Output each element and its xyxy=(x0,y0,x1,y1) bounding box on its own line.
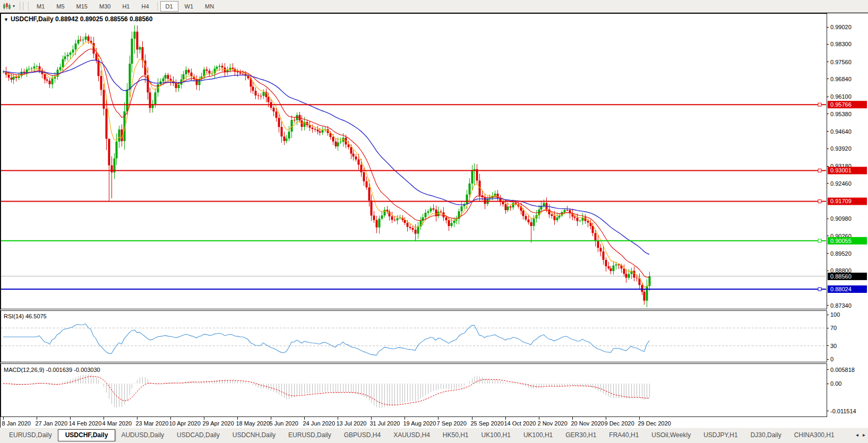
date-tick-label: 7 Sep 2020 xyxy=(437,420,467,427)
timeframe-button-m30[interactable]: M30 xyxy=(94,1,116,12)
toolbar-grip xyxy=(20,2,23,10)
timeframe-buttons: M1M5M15M30H1H4D1W1MN xyxy=(26,1,220,12)
price-label-0.93001: 0.93001 xyxy=(828,167,867,174)
chart-tab-usdjpy-h1[interactable]: USDJPY,H1 xyxy=(698,429,743,440)
main-pane xyxy=(1,14,827,309)
price-axis: 0.990200.983000.975600.968400.961000.953… xyxy=(827,24,852,309)
price-tick-label: 0.90980 xyxy=(830,215,852,222)
svg-text:0.90055: 0.90055 xyxy=(830,238,852,244)
chart-tab-uk100-h1[interactable]: UK100,H1 xyxy=(476,429,517,440)
rsi-pane xyxy=(1,311,827,362)
timeframe-button-h4[interactable]: H4 xyxy=(136,1,154,12)
date-tick-label: 9 Dec 2020 xyxy=(605,420,634,427)
chart-tab-eurusd-daily[interactable]: EURUSD,Daily xyxy=(282,429,337,440)
tab-scroll-buttons: ◂ ▸ xyxy=(856,432,865,438)
rsi-axis-label: 100 xyxy=(830,311,840,318)
macd-axis-label: 0.005818 xyxy=(830,367,855,373)
timeframe-button-w1[interactable]: W1 xyxy=(179,1,199,12)
hline-handle[interactable] xyxy=(818,199,821,203)
price-tick-label: 0.95380 xyxy=(830,111,852,117)
svg-text:0.95766: 0.95766 xyxy=(830,101,852,108)
date-tick-label: 14 Oct 2020 xyxy=(504,420,536,427)
date-tick-label: 5 Jun 2020 xyxy=(270,420,298,427)
date-tick-label: 29 Dec 2020 xyxy=(638,420,671,427)
date-tick-label: 20 Nov 2020 xyxy=(571,420,604,427)
date-tick-label: 23 Mar 2020 xyxy=(136,420,169,427)
chart-tab-china300-h1[interactable]: CHINA300,H1 xyxy=(788,429,840,440)
price-tick-label: 0.96100 xyxy=(830,93,852,100)
timeframe-button-mn[interactable]: MN xyxy=(200,1,219,12)
tab-scroll-left-icon[interactable]: ◂ xyxy=(856,432,858,438)
price-tick-label: 0.96840 xyxy=(830,76,852,82)
chart-tabs: EURUSD,DailyUSDCHF,DailyAUDUSD,DailyUSDC… xyxy=(3,429,847,441)
chart-tab-xauusd-h4[interactable]: XAUUSD,H4 xyxy=(388,429,436,440)
hline-handle[interactable] xyxy=(818,103,821,106)
hline-handle[interactable] xyxy=(818,288,821,291)
chart-window: 0.990200.983000.975600.968400.961000.953… xyxy=(0,13,868,429)
chart-tab-audusd-daily[interactable]: AUDUSD,Daily xyxy=(115,429,170,440)
toolbar: ▾ M1M5M15M30H1H4D1W1MN xyxy=(0,0,868,13)
chart-tab-usdcad-daily[interactable]: USDCAD,Daily xyxy=(171,429,226,440)
chart-tab-bar: EURUSD,DailyUSDCHF,DailyAUDUSD,DailyUSDC… xyxy=(0,428,868,443)
price-label-0.88024: 0.88024 xyxy=(828,285,867,293)
chart-tab-fra40-h1[interactable]: FRA40,H1 xyxy=(603,429,644,440)
date-tick-label: 25 Sep 2020 xyxy=(471,420,504,427)
chart-tab-usoil-weekly[interactable]: USOil,Weekly xyxy=(646,429,697,440)
date-tick-label: 19 Aug 2020 xyxy=(403,420,436,427)
rsi-axis-label: 30 xyxy=(830,343,837,349)
svg-text:0.91709: 0.91709 xyxy=(830,198,852,204)
svg-text:0.88024: 0.88024 xyxy=(830,286,852,292)
price-tick-label: 0.99020 xyxy=(830,24,852,30)
price-tick-label: 0.94640 xyxy=(830,128,852,135)
trading-app: { "icons": { "collapse_arrow": "▼", "dro… xyxy=(0,0,868,443)
price-tick-label: 0.87340 xyxy=(830,302,852,309)
date-tick-label: 2 Nov 2020 xyxy=(538,420,568,427)
price-tick-label: 0.92460 xyxy=(830,180,852,187)
date-tick-label: 27 Jan 2020 xyxy=(36,420,68,427)
timeframe-button-m15[interactable]: M15 xyxy=(71,1,93,12)
price-label-0.95766: 0.95766 xyxy=(828,101,867,108)
chart-type-button[interactable]: ▾ xyxy=(0,1,17,12)
price-tick-label: 0.97560 xyxy=(830,59,852,65)
date-tick-label: 31 Jul 2020 xyxy=(370,420,400,427)
macd-axis-label: -0.011514 xyxy=(830,408,856,414)
date-tick-label: 4 Mar 2020 xyxy=(102,420,132,427)
price-tick-label: 0.93920 xyxy=(830,145,852,152)
chart-tab-dj30-daily[interactable]: DJ30,Daily xyxy=(745,429,787,440)
timeframe-button-d1[interactable]: D1 xyxy=(160,1,178,12)
chart-tab-uk100-h1[interactable]: UK100,H1 xyxy=(518,429,558,440)
chart-tab-usoil-[interactable]: USOil, xyxy=(841,429,847,440)
chart-tab-usdcnh-daily[interactable]: USDCNH,Daily xyxy=(227,429,281,440)
date-tick-label: 10 Apr 2020 xyxy=(169,420,201,427)
candlestick-chart-icon xyxy=(3,3,11,10)
timeframe-button-h1[interactable]: H1 xyxy=(117,1,135,12)
date-tick-label: 18 May 2020 xyxy=(236,420,270,427)
svg-text:0.93001: 0.93001 xyxy=(830,167,852,173)
macd-axis-label: 0.00 xyxy=(830,380,841,387)
chart-tab-eurusd-daily[interactable]: EURUSD,Daily xyxy=(3,429,58,440)
hline-handle[interactable] xyxy=(818,169,821,172)
date-tick-label: 14 Feb 2020 xyxy=(69,420,102,427)
price-label-0.90055: 0.90055 xyxy=(828,237,867,245)
chart-tab-hk50-h1[interactable]: HK50,H1 xyxy=(437,429,475,440)
timeframe-button-m1[interactable]: M1 xyxy=(31,1,50,12)
price-tick-label: 0.98300 xyxy=(830,41,852,47)
date-tick-label: 13 Jul 2020 xyxy=(337,420,367,427)
timeframe-button-m5[interactable]: M5 xyxy=(51,1,70,12)
rsi-axis-label: 70 xyxy=(830,325,837,331)
date-tick-label: 29 Apr 2020 xyxy=(203,420,234,427)
date-tick-label: 8 Jan 2020 xyxy=(2,420,31,427)
price-label-0.91709: 0.91709 xyxy=(828,197,867,205)
chart-canvas[interactable]: 0.990200.983000.975600.968400.961000.953… xyxy=(1,13,867,427)
rsi-axis-label: 0 xyxy=(830,356,833,362)
price-label-0.88560: 0.88560 xyxy=(828,273,867,280)
price-tick-label: 0.89520 xyxy=(830,250,852,257)
chart-tab-ger30-h1[interactable]: GER30,H1 xyxy=(560,429,602,440)
date-tick-label: 24 Jun 2020 xyxy=(303,420,336,427)
chart-type-dropdown-arrow-icon[interactable]: ▾ xyxy=(13,4,15,8)
chart-tab-gbpusd-h4[interactable]: GBPUSD,H4 xyxy=(338,429,386,440)
hline-handle[interactable] xyxy=(818,239,821,242)
date-axis: 8 Jan 202027 Jan 202014 Feb 20204 Mar 20… xyxy=(2,417,671,427)
tab-scroll-right-icon[interactable]: ▸ xyxy=(863,432,865,438)
chart-tab-usdchf-daily[interactable]: USDCHF,Daily xyxy=(58,429,116,441)
